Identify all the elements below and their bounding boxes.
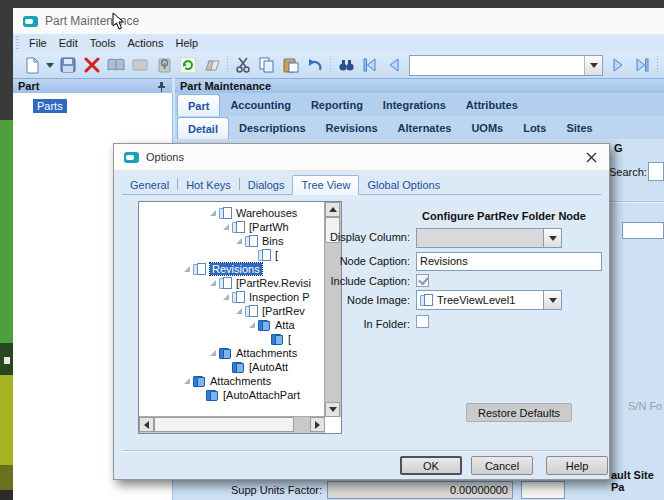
tab-attributes[interactable]: Attributes [456, 93, 528, 116]
expand-triangle-icon[interactable] [210, 280, 216, 286]
menu-edit[interactable]: Edit [53, 37, 84, 49]
record-combo-dropdown[interactable] [584, 56, 602, 75]
tab-hot-keys[interactable]: Hot Keys [178, 176, 239, 194]
cut-icon[interactable] [233, 55, 253, 75]
in-folder-checkbox[interactable] [416, 315, 429, 328]
copy-icon[interactable] [257, 55, 277, 75]
node-image-combo[interactable]: TreeViewLevel1 [416, 290, 562, 310]
search-input[interactable] [648, 162, 664, 181]
include-caption-checkbox[interactable] [416, 274, 429, 287]
divider-line [610, 201, 664, 203]
ok-button[interactable]: OK [400, 456, 462, 475]
prev-record-icon[interactable] [384, 55, 404, 75]
tab-sites[interactable]: Sites [556, 116, 602, 139]
clear-icon[interactable] [202, 55, 222, 75]
scroll-right-icon[interactable] [310, 417, 325, 432]
notes-disabled-icon[interactable] [130, 55, 150, 75]
expand-triangle-icon[interactable] [210, 350, 216, 356]
expand-triangle-icon[interactable] [184, 266, 190, 272]
desktop-strip-olive [0, 375, 13, 465]
expand-triangle-icon[interactable] [184, 378, 190, 384]
menu-file[interactable]: File [23, 37, 53, 49]
tree-row[interactable]: Warehouses [139, 206, 325, 220]
scroll-left-icon[interactable] [139, 417, 154, 432]
tree-row[interactable]: [PartRev [139, 304, 325, 318]
tree-node-parts[interactable]: Parts [33, 99, 67, 113]
pin-icon[interactable] [157, 81, 166, 92]
delete-icon[interactable] [82, 55, 102, 75]
expand-triangle-icon[interactable] [210, 210, 216, 216]
tab-tree-view[interactable]: Tree View [292, 175, 359, 195]
toolbar-separator [330, 56, 331, 74]
dialog-tab-strip: General Hot Keys Dialogs Tree View Globa… [122, 174, 601, 195]
tab-lots[interactable]: Lots [513, 116, 556, 139]
scroll-down-icon[interactable] [325, 402, 340, 417]
menu-tools[interactable]: Tools [84, 37, 122, 49]
tree-row[interactable]: [AutoAtt [139, 360, 325, 374]
tab-detail[interactable]: Detail [177, 117, 229, 139]
cancel-button[interactable]: Cancel [471, 456, 533, 475]
tab-alternates[interactable]: Alternates [388, 116, 462, 139]
left-panel-caption-label: Part [18, 80, 39, 92]
new-icon[interactable] [22, 55, 42, 75]
chevron-down-icon[interactable] [543, 229, 561, 247]
new-dropdown-icon[interactable] [46, 55, 54, 75]
first-record-icon[interactable] [360, 55, 380, 75]
tab-global-options[interactable]: Global Options [359, 176, 448, 194]
attachment-icon[interactable] [154, 55, 174, 75]
record-combo[interactable] [409, 55, 603, 76]
close-icon[interactable] [583, 149, 599, 165]
expand-triangle-icon[interactable] [223, 294, 229, 300]
expand-triangle-icon[interactable] [236, 238, 242, 244]
find-icon[interactable] [336, 55, 356, 75]
tree-node-icon [245, 305, 259, 317]
tab-integrations[interactable]: Integrations [373, 93, 456, 116]
tab-reporting[interactable]: Reporting [301, 93, 373, 116]
tab-uoms[interactable]: UOMs [461, 116, 513, 139]
app-logo-icon [23, 16, 38, 27]
tab-dialogs[interactable]: Dialogs [240, 176, 293, 194]
horizontal-scroll-thumb[interactable] [154, 417, 294, 432]
next-record-icon[interactable] [608, 55, 628, 75]
tree-node-icon [219, 277, 233, 289]
expand-triangle-icon[interactable] [223, 224, 229, 230]
refresh-icon[interactable] [178, 55, 198, 75]
expand-triangle-icon[interactable] [249, 322, 255, 328]
paste-icon[interactable] [281, 55, 301, 75]
chevron-down-icon[interactable] [543, 291, 561, 309]
tab-revisions[interactable]: Revisions [316, 116, 388, 139]
expand-triangle-icon[interactable] [236, 308, 242, 314]
node-caption-input[interactable]: Revisions [416, 252, 602, 271]
menu-grip[interactable] [16, 36, 19, 50]
main-panel-caption: Part Maintenance [175, 78, 664, 93]
horizontal-scrollbar[interactable] [139, 416, 325, 433]
group-caption-fragment: G [614, 142, 623, 154]
supp-units-uom-field[interactable] [521, 481, 565, 499]
tree-node-icon [245, 235, 259, 247]
attachment-folder-icon [206, 389, 220, 401]
tree-row[interactable]: [AutoAttachPart [139, 388, 325, 402]
tab-general[interactable]: General [122, 176, 177, 194]
tab-accounting[interactable]: Accounting [220, 93, 301, 116]
menu-help[interactable]: Help [169, 37, 204, 49]
tab-descriptions[interactable]: Descriptions [229, 116, 316, 139]
help-button[interactable]: Help [546, 456, 608, 475]
left-panel-caption: Part [13, 78, 172, 93]
menu-actions[interactable]: Actions [121, 37, 169, 49]
background-field[interactable] [622, 222, 664, 239]
scroll-up-icon[interactable] [325, 202, 340, 217]
screen: Part Maintenance File Edit Tools Actions… [0, 0, 664, 500]
attachment-folder-icon [219, 347, 233, 359]
last-record-icon[interactable] [632, 55, 652, 75]
memo-icon[interactable] [106, 55, 126, 75]
display-column-combo[interactable] [416, 228, 562, 248]
undo-icon[interactable] [305, 55, 325, 75]
save-icon[interactable] [58, 55, 78, 75]
search-label: Search: [609, 166, 647, 178]
tree-row[interactable]: [ [139, 332, 325, 346]
tree-row[interactable]: Attachments [139, 374, 325, 388]
tab-part[interactable]: Part [177, 94, 220, 116]
menu-bar: File Edit Tools Actions Help [13, 34, 664, 52]
restore-defaults-button[interactable]: Restore Defaults [466, 403, 572, 422]
tree-row[interactable]: Attachments [139, 346, 325, 360]
